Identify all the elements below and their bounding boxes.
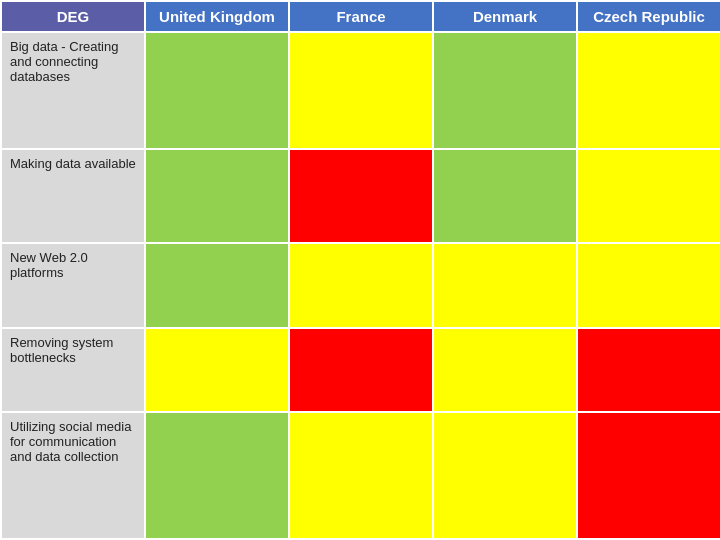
cell-1-fr bbox=[289, 149, 433, 244]
cell-3-cz bbox=[577, 328, 720, 412]
cell-2-dk bbox=[433, 243, 577, 327]
fr-label: France bbox=[336, 8, 385, 25]
table-row: Making data available bbox=[1, 149, 720, 244]
cell-2-cz bbox=[577, 243, 720, 327]
cell-4-cz bbox=[577, 412, 720, 539]
cell-3-uk bbox=[145, 328, 289, 412]
cz-label: Czech Republic bbox=[593, 8, 705, 25]
row-label-3: Removing system bottlenecks bbox=[1, 328, 145, 412]
table-row: Big data - Creating and connecting datab… bbox=[1, 32, 720, 149]
cell-0-dk bbox=[433, 32, 577, 149]
deg-label: DEG bbox=[57, 8, 90, 25]
table-row: Utilizing social media for communication… bbox=[1, 412, 720, 539]
cell-3-dk bbox=[433, 328, 577, 412]
cell-0-fr bbox=[289, 32, 433, 149]
cell-4-dk bbox=[433, 412, 577, 539]
fr-header: France bbox=[289, 1, 433, 32]
cell-1-dk bbox=[433, 149, 577, 244]
dk-header: Denmark bbox=[433, 1, 577, 32]
cz-header: Czech Republic bbox=[577, 1, 720, 32]
cell-1-uk bbox=[145, 149, 289, 244]
row-label-1: Making data available bbox=[1, 149, 145, 244]
uk-label: United Kingdom bbox=[159, 8, 275, 25]
cell-2-uk bbox=[145, 243, 289, 327]
cell-0-uk bbox=[145, 32, 289, 149]
cell-4-uk bbox=[145, 412, 289, 539]
uk-header: United Kingdom bbox=[145, 1, 289, 32]
row-label-0: Big data - Creating and connecting datab… bbox=[1, 32, 145, 149]
dk-label: Denmark bbox=[473, 8, 537, 25]
deg-header: DEG bbox=[1, 1, 145, 32]
row-label-2: New Web 2.0 platforms bbox=[1, 243, 145, 327]
cell-1-cz bbox=[577, 149, 720, 244]
cell-4-fr bbox=[289, 412, 433, 539]
table-row: New Web 2.0 platforms bbox=[1, 243, 720, 327]
cell-2-fr bbox=[289, 243, 433, 327]
table-row: Removing system bottlenecks bbox=[1, 328, 720, 412]
cell-3-fr bbox=[289, 328, 433, 412]
row-label-4: Utilizing social media for communication… bbox=[1, 412, 145, 539]
cell-0-cz bbox=[577, 32, 720, 149]
